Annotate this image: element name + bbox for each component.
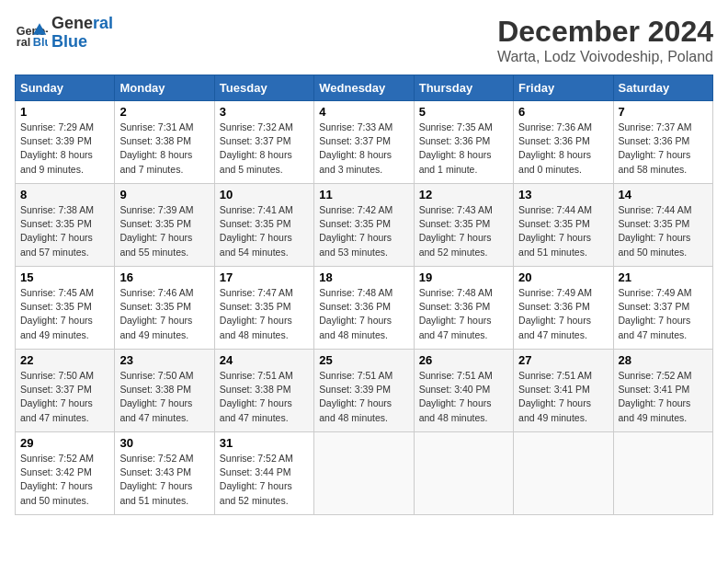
calendar-cell: 21 Sunrise: 7:49 AMSunset: 3:37 PMDaylig… xyxy=(613,267,712,350)
column-header-friday: Friday xyxy=(514,75,613,101)
day-info: Sunrise: 7:50 AMSunset: 3:37 PMDaylight:… xyxy=(20,369,109,425)
day-number: 14 xyxy=(619,188,708,201)
day-info: Sunrise: 7:50 AMSunset: 3:38 PMDaylight:… xyxy=(119,369,209,425)
logo-icon: Gene- ral Blue xyxy=(15,17,48,50)
column-header-wednesday: Wednesday xyxy=(314,75,414,101)
column-header-monday: Monday xyxy=(115,75,214,101)
calendar-cell xyxy=(414,432,513,515)
calendar-week-row: 29 Sunrise: 7:52 AMSunset: 3:42 PMDaylig… xyxy=(16,432,713,515)
day-info: Sunrise: 7:47 AMSunset: 3:35 PMDaylight:… xyxy=(220,286,309,342)
calendar-week-row: 8 Sunrise: 7:38 AMSunset: 3:35 PMDayligh… xyxy=(16,184,713,267)
day-info: Sunrise: 7:46 AMSunset: 3:35 PMDaylight:… xyxy=(119,286,209,342)
day-number: 30 xyxy=(119,436,209,450)
calendar-cell: 22 Sunrise: 7:50 AMSunset: 3:37 PMDaylig… xyxy=(16,350,115,432)
calendar-cell: 24 Sunrise: 7:51 AMSunset: 3:38 PMDaylig… xyxy=(214,350,313,432)
day-number: 4 xyxy=(319,105,408,119)
day-info: Sunrise: 7:45 AMSunset: 3:35 PMDaylight:… xyxy=(20,286,109,342)
calendar-cell xyxy=(613,432,712,515)
day-number: 3 xyxy=(220,105,309,119)
calendar-cell: 17 Sunrise: 7:47 AMSunset: 3:35 PMDaylig… xyxy=(214,267,313,350)
day-info: Sunrise: 7:52 AMSunset: 3:43 PMDaylight:… xyxy=(119,452,209,508)
calendar-cell: 30 Sunrise: 7:52 AMSunset: 3:43 PMDaylig… xyxy=(115,432,214,515)
day-info: Sunrise: 7:37 AMSunset: 3:36 PMDaylight:… xyxy=(619,121,708,177)
calendar-cell xyxy=(514,432,613,515)
calendar-cell: 19 Sunrise: 7:48 AMSunset: 3:36 PMDaylig… xyxy=(414,267,513,350)
day-info: Sunrise: 7:48 AMSunset: 3:36 PMDaylight:… xyxy=(319,286,408,342)
calendar-cell: 16 Sunrise: 7:46 AMSunset: 3:35 PMDaylig… xyxy=(115,267,214,350)
svg-text:ral: ral xyxy=(17,36,30,49)
day-number: 27 xyxy=(518,353,608,367)
calendar-table: SundayMondayTuesdayWednesdayThursdayFrid… xyxy=(15,75,713,515)
day-number: 16 xyxy=(119,270,209,284)
calendar-cell xyxy=(314,432,414,515)
day-info: Sunrise: 7:48 AMSunset: 3:36 PMDaylight:… xyxy=(419,286,508,342)
column-header-saturday: Saturday xyxy=(613,75,712,101)
day-number: 31 xyxy=(220,436,309,450)
day-info: Sunrise: 7:49 AMSunset: 3:36 PMDaylight:… xyxy=(518,286,608,342)
day-number: 20 xyxy=(518,270,608,284)
day-number: 1 xyxy=(20,105,109,119)
day-number: 11 xyxy=(319,188,408,201)
day-number: 26 xyxy=(419,353,508,367)
day-info: Sunrise: 7:36 AMSunset: 3:36 PMDaylight:… xyxy=(518,121,608,177)
calendar-cell: 25 Sunrise: 7:51 AMSunset: 3:39 PMDaylig… xyxy=(314,350,414,432)
day-info: Sunrise: 7:39 AMSunset: 3:35 PMDaylight:… xyxy=(119,203,209,259)
day-number: 24 xyxy=(220,353,309,367)
day-info: Sunrise: 7:29 AMSunset: 3:39 PMDaylight:… xyxy=(20,121,109,177)
day-info: Sunrise: 7:41 AMSunset: 3:35 PMDaylight:… xyxy=(220,203,309,259)
day-number: 13 xyxy=(518,188,608,201)
column-header-tuesday: Tuesday xyxy=(214,75,313,101)
calendar-cell: 12 Sunrise: 7:43 AMSunset: 3:35 PMDaylig… xyxy=(414,184,513,267)
calendar-cell: 23 Sunrise: 7:50 AMSunset: 3:38 PMDaylig… xyxy=(115,350,214,432)
calendar-cell: 6 Sunrise: 7:36 AMSunset: 3:36 PMDayligh… xyxy=(514,101,613,184)
calendar-week-row: 22 Sunrise: 7:50 AMSunset: 3:37 PMDaylig… xyxy=(16,350,713,432)
calendar-body: 1 Sunrise: 7:29 AMSunset: 3:39 PMDayligh… xyxy=(16,101,713,515)
day-number: 12 xyxy=(419,188,508,201)
day-info: Sunrise: 7:44 AMSunset: 3:35 PMDaylight:… xyxy=(619,203,708,259)
calendar-header-row: SundayMondayTuesdayWednesdayThursdayFrid… xyxy=(16,75,713,101)
day-number: 29 xyxy=(20,436,109,450)
calendar-cell: 1 Sunrise: 7:29 AMSunset: 3:39 PMDayligh… xyxy=(16,101,115,184)
day-info: Sunrise: 7:42 AMSunset: 3:35 PMDaylight:… xyxy=(319,203,408,259)
calendar-cell: 14 Sunrise: 7:44 AMSunset: 3:35 PMDaylig… xyxy=(613,184,712,267)
title-area: December 2024 Warta, Lodz Voivodeship, P… xyxy=(497,15,713,65)
header: Gene- ral Blue General Blue December 202… xyxy=(15,15,713,65)
day-number: 8 xyxy=(20,188,109,201)
day-number: 21 xyxy=(619,270,708,284)
calendar-cell: 20 Sunrise: 7:49 AMSunset: 3:36 PMDaylig… xyxy=(514,267,613,350)
calendar-week-row: 1 Sunrise: 7:29 AMSunset: 3:39 PMDayligh… xyxy=(16,101,713,184)
calendar-cell: 10 Sunrise: 7:41 AMSunset: 3:35 PMDaylig… xyxy=(214,184,313,267)
day-info: Sunrise: 7:51 AMSunset: 3:41 PMDaylight:… xyxy=(518,369,608,425)
calendar-cell: 3 Sunrise: 7:32 AMSunset: 3:37 PMDayligh… xyxy=(214,101,313,184)
column-header-sunday: Sunday xyxy=(16,75,115,101)
calendar-cell: 15 Sunrise: 7:45 AMSunset: 3:35 PMDaylig… xyxy=(16,267,115,350)
calendar-cell: 4 Sunrise: 7:33 AMSunset: 3:37 PMDayligh… xyxy=(314,101,414,184)
day-info: Sunrise: 7:44 AMSunset: 3:35 PMDaylight:… xyxy=(518,203,608,259)
calendar-cell: 31 Sunrise: 7:52 AMSunset: 3:44 PMDaylig… xyxy=(214,432,313,515)
day-number: 17 xyxy=(220,270,309,284)
calendar-cell: 8 Sunrise: 7:38 AMSunset: 3:35 PMDayligh… xyxy=(16,184,115,267)
calendar-cell: 26 Sunrise: 7:51 AMSunset: 3:40 PMDaylig… xyxy=(414,350,513,432)
calendar-cell: 11 Sunrise: 7:42 AMSunset: 3:35 PMDaylig… xyxy=(314,184,414,267)
day-number: 7 xyxy=(619,105,708,119)
day-info: Sunrise: 7:52 AMSunset: 3:44 PMDaylight:… xyxy=(220,452,309,508)
day-info: Sunrise: 7:51 AMSunset: 3:38 PMDaylight:… xyxy=(220,369,309,425)
day-info: Sunrise: 7:33 AMSunset: 3:37 PMDaylight:… xyxy=(319,121,408,177)
day-info: Sunrise: 7:51 AMSunset: 3:39 PMDaylight:… xyxy=(319,369,408,425)
day-info: Sunrise: 7:35 AMSunset: 3:36 PMDaylight:… xyxy=(419,121,508,177)
day-info: Sunrise: 7:31 AMSunset: 3:38 PMDaylight:… xyxy=(119,121,209,177)
logo-text-line2: Blue xyxy=(51,33,113,52)
calendar-cell: 7 Sunrise: 7:37 AMSunset: 3:36 PMDayligh… xyxy=(613,101,712,184)
day-info: Sunrise: 7:38 AMSunset: 3:35 PMDaylight:… xyxy=(20,203,109,259)
logo-text-line1: General xyxy=(51,15,113,33)
day-info: Sunrise: 7:52 AMSunset: 3:42 PMDaylight:… xyxy=(20,452,109,508)
day-info: Sunrise: 7:51 AMSunset: 3:40 PMDaylight:… xyxy=(419,369,508,425)
calendar-week-row: 15 Sunrise: 7:45 AMSunset: 3:35 PMDaylig… xyxy=(16,267,713,350)
day-info: Sunrise: 7:32 AMSunset: 3:37 PMDaylight:… xyxy=(220,121,309,177)
day-number: 28 xyxy=(619,353,708,367)
day-number: 9 xyxy=(119,188,209,201)
day-number: 23 xyxy=(119,353,209,367)
day-number: 10 xyxy=(220,188,309,201)
calendar-cell: 29 Sunrise: 7:52 AMSunset: 3:42 PMDaylig… xyxy=(16,432,115,515)
day-number: 5 xyxy=(419,105,508,119)
